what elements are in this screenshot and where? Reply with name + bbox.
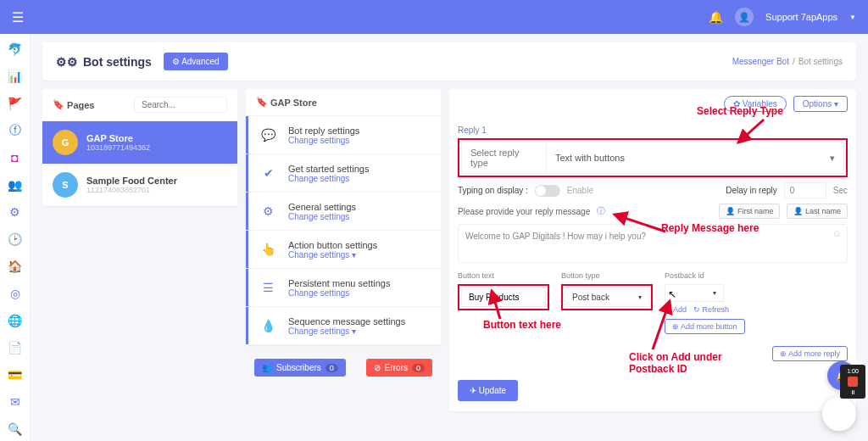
recorder-widget[interactable]: 1:00 ⏸ xyxy=(840,365,865,399)
setting-get-started[interactable]: ✔Get started settingsChange settings xyxy=(246,154,441,193)
chat-icon: 💬 xyxy=(246,116,288,154)
delay-input[interactable] xyxy=(784,182,826,198)
menu-icon: ☰ xyxy=(246,269,288,306)
button-type-select[interactable]: Post back▾ xyxy=(565,287,649,307)
clock-icon[interactable]: 🕑 xyxy=(8,232,22,246)
last-name-button[interactable]: 👤 Last name xyxy=(787,204,848,219)
cursor-icon: ↖ xyxy=(668,288,676,300)
users-icon[interactable]: 👥 xyxy=(8,178,22,192)
info-icon[interactable]: ⓘ xyxy=(597,205,605,217)
pages-icon: 🔖 xyxy=(53,99,64,110)
pointer-icon: 👆 xyxy=(246,231,288,268)
chevron-down-icon: ▾ xyxy=(830,153,835,164)
menu-icon[interactable]: ☰ xyxy=(12,9,24,25)
search-input[interactable] xyxy=(134,97,227,113)
topbar: ☰ 🔔 👤 Support 7apApps ▼ xyxy=(0,0,868,34)
facebook-icon[interactable]: ⓕ xyxy=(8,124,22,137)
add-more-button[interactable]: ⊕ Add more button xyxy=(665,319,745,334)
bell-icon[interactable]: 🔔 xyxy=(709,10,723,24)
page-header: ⚙⚙Bot settings ⚙ Advanced Messenger Bot/… xyxy=(42,42,856,81)
home-icon[interactable]: 🏠 xyxy=(8,260,22,273)
options-button[interactable]: Options ▾ xyxy=(793,96,848,112)
page-item-sample[interactable]: S Sample Food Center112174083852701 xyxy=(42,164,237,206)
chevron-down-icon: ▼ xyxy=(849,14,856,21)
crumb-b: Bot settings xyxy=(798,57,843,66)
instagram-icon[interactable]: ◘ xyxy=(8,151,22,165)
stop-icon[interactable] xyxy=(848,377,858,387)
variables-button[interactable]: ✿ Variables xyxy=(724,96,787,112)
cog-icon: ⚙ xyxy=(246,193,288,230)
page-avatar: G xyxy=(53,130,78,155)
check-icon: ✔ xyxy=(246,154,288,192)
emoji-icon: ☺ xyxy=(832,228,842,238)
reply-label: Reply 1 xyxy=(458,126,848,135)
user-name[interactable]: Support 7apApps xyxy=(765,12,837,22)
reply-panel: ✿ Variables Options ▾ Reply 1 Select rep… xyxy=(449,89,856,411)
logo-icon[interactable]: 🐬 xyxy=(8,42,22,56)
errors-button[interactable]: ⊘ Errors 0 xyxy=(366,359,432,377)
chart-icon[interactable]: 📊 xyxy=(8,70,22,83)
select-reply-type-highlight: Select reply type Text with buttons▾ xyxy=(458,138,848,177)
page-avatar: S xyxy=(53,172,78,198)
subscribers-button[interactable]: 👥 Subscribers 0 xyxy=(254,359,346,377)
refresh-link[interactable]: ↻ Refresh xyxy=(693,305,729,314)
doc-icon[interactable]: 📄 xyxy=(8,341,22,354)
add-link[interactable]: ⊕ Add xyxy=(665,305,687,314)
typing-toggle[interactable] xyxy=(535,185,560,197)
typing-label: Typing on display : xyxy=(458,186,528,195)
setting-persistent-menu[interactable]: ☰Persistent menu settingsChange settings xyxy=(246,269,441,307)
main: ⚙⚙Bot settings ⚙ Advanced Messenger Bot/… xyxy=(31,34,868,441)
pages-label: Pages xyxy=(67,100,94,110)
pages-panel: 🔖 Pages G GAP Store103189771494362 S Sam… xyxy=(42,89,237,206)
card-icon[interactable]: 💳 xyxy=(8,368,22,382)
select-reply-type[interactable]: Select reply type Text with buttons▾ xyxy=(461,142,844,174)
settings-panel: 🔖 GAP Store 💬Bot reply settingsChange se… xyxy=(246,89,441,385)
gears-icon: ⚙⚙ xyxy=(56,55,78,69)
provide-label: Please provide your reply message xyxy=(458,207,590,216)
setting-sequence[interactable]: 💧Sequence message settingsChange setting… xyxy=(246,307,441,345)
flag-icon[interactable]: 🚩 xyxy=(8,97,22,110)
iconbar: 🐬 📊 🚩 ⓕ ◘ 👥 ⚙ 🕑 🏠 ◎ 🌐 📄 💳 ✉ 🔍 xyxy=(0,34,31,441)
search-icon[interactable]: 🔍 xyxy=(8,422,22,436)
setting-action-button[interactable]: 👆Action button settingsChange settings ▾ xyxy=(246,231,441,269)
avatar[interactable]: 👤 xyxy=(735,8,754,26)
drop-icon: 💧 xyxy=(246,307,288,344)
chat-bubble[interactable] xyxy=(822,397,856,431)
settings-title: GAP Store xyxy=(270,98,317,108)
breadcrumb: Messenger Bot/Bot settings xyxy=(732,57,843,66)
gear-icon[interactable]: ⚙ xyxy=(8,205,22,219)
first-name-button[interactable]: 👤 First name xyxy=(719,204,780,219)
setting-bot-reply[interactable]: 💬Bot reply settingsChange settings xyxy=(246,116,441,154)
advanced-button[interactable]: ⚙ Advanced xyxy=(164,53,228,70)
crumb-a[interactable]: Messenger Bot xyxy=(732,57,789,66)
button-text-input[interactable] xyxy=(461,287,546,307)
target-icon[interactable]: ◎ xyxy=(8,287,22,300)
globe-icon[interactable]: 🌐 xyxy=(8,314,22,327)
update-button[interactable]: ✈ Update xyxy=(458,380,518,401)
add-more-reply[interactable]: ⊕ Add more reply xyxy=(772,346,848,361)
page-title: ⚙⚙Bot settings xyxy=(56,55,152,69)
page-item-gap[interactable]: G GAP Store103189771494362 xyxy=(42,121,237,164)
mail-icon[interactable]: ✉ xyxy=(8,395,22,409)
reply-message-input[interactable]: Welcome to GAP Digitals ! How may i help… xyxy=(458,224,848,263)
setting-general[interactable]: ⚙General settingsChange settings xyxy=(246,193,441,231)
